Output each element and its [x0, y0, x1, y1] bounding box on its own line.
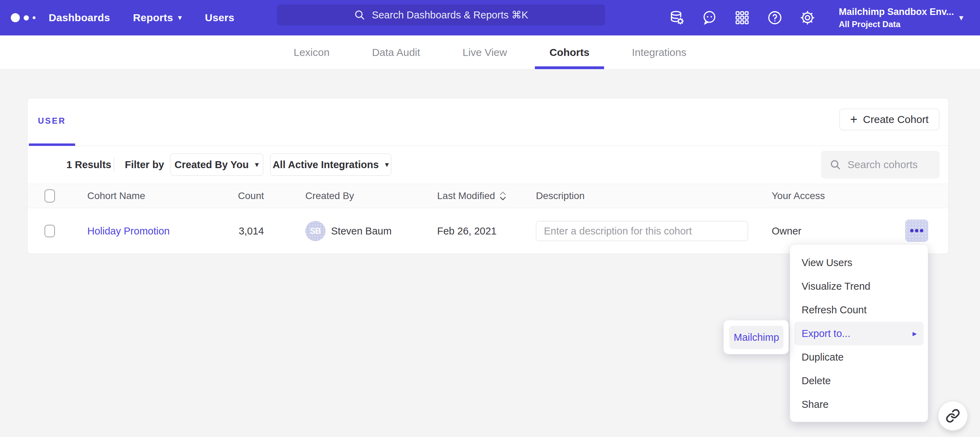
copy-link-button[interactable]	[938, 401, 968, 431]
project-chevron-down-icon[interactable]: ▾	[959, 0, 963, 35]
divider	[114, 157, 114, 173]
results-count: 1 Results	[67, 146, 111, 184]
chevron-down-icon: ▾	[255, 161, 259, 168]
menu-item-refresh-count[interactable]: Refresh Count	[790, 298, 928, 322]
menu-item-view-users[interactable]: View Users	[790, 251, 928, 274]
menu-item-export-to[interactable]: Export to... ▸	[794, 322, 924, 345]
row-context-menu: View Users Visualize Trend Refresh Count…	[790, 244, 928, 422]
tab-integrations[interactable]: Integrations	[617, 35, 701, 69]
apps-grid-icon[interactable]	[734, 10, 750, 26]
nav-item-reports[interactable]: Reports▾	[133, 12, 182, 24]
help-icon[interactable]	[767, 10, 783, 26]
column-created-by[interactable]: Created By	[305, 184, 354, 208]
secondary-nav: Lexicon Data Audit Live View Cohorts Int…	[0, 35, 980, 70]
settings-gear-icon[interactable]	[799, 10, 816, 26]
dot-icon	[920, 229, 923, 233]
export-submenu: Mailchimp	[723, 320, 789, 354]
tab-label: Live View	[463, 46, 507, 59]
search-icon	[829, 159, 841, 171]
create-cohort-label: Create Cohort	[863, 114, 929, 125]
menu-item-delete[interactable]: Delete	[790, 369, 928, 393]
top-navbar: Dashboards Reports▾ Users Search Dashboa…	[0, 0, 980, 35]
menu-item-duplicate[interactable]: Duplicate	[790, 345, 928, 369]
avatar: SB	[305, 221, 326, 241]
column-label: Last Modified	[437, 190, 495, 201]
project-name: Mailchimp Sandbox Env...	[839, 6, 954, 17]
app-root: Dashboards Reports▾ Users Search Dashboa…	[0, 0, 980, 437]
tab-cohorts[interactable]: Cohorts	[535, 35, 604, 69]
tab-live-view[interactable]: Live View	[448, 35, 522, 69]
integrations-filter-dropdown[interactable]: All Active Integrations ▾	[270, 154, 391, 176]
row-checkbox[interactable]	[45, 225, 55, 237]
topnav-icon-group	[668, 0, 816, 35]
tab-label: Data Audit	[372, 46, 420, 59]
submenu-item-mailchimp[interactable]: Mailchimp	[729, 326, 784, 349]
project-scope: All Project Data	[839, 19, 954, 29]
tab-user[interactable]: USER	[29, 98, 75, 146]
menu-item-label: Export to...	[802, 328, 850, 339]
cohort-search-input[interactable]	[848, 159, 931, 171]
panel-tab-bar: USER + Create Cohort	[27, 98, 948, 146]
global-search-input[interactable]: Search Dashboards & Reports ⌘K	[277, 5, 605, 25]
created-by-name: Steven Baum	[331, 225, 391, 237]
logo-dot	[24, 15, 29, 21]
column-last-modified[interactable]: Last Modified	[437, 184, 506, 208]
dot-icon	[910, 229, 913, 233]
dropdown-value: All Active Integrations	[273, 159, 379, 171]
description-input[interactable]	[536, 221, 748, 241]
global-search-placeholder: Search Dashboards & Reports ⌘K	[372, 9, 528, 21]
tab-lexicon[interactable]: Lexicon	[279, 35, 344, 69]
logo-dot	[33, 16, 35, 19]
row-actions-button[interactable]	[905, 220, 928, 242]
last-modified-date: Feb 26, 2021	[437, 208, 496, 254]
cohort-count: 3,014	[160, 208, 264, 254]
filter-by-label: Filter by	[125, 146, 164, 184]
project-selector[interactable]: Mailchimp Sandbox Env... All Project Dat…	[839, 0, 954, 35]
column-description[interactable]: Description	[536, 184, 585, 208]
tab-label: Lexicon	[294, 46, 329, 59]
menu-item-visualize-trend[interactable]: Visualize Trend	[790, 274, 928, 298]
cohort-search-field	[821, 151, 940, 179]
select-all-checkbox[interactable]	[45, 189, 55, 203]
column-your-access[interactable]: Your Access	[772, 184, 825, 208]
search-icon	[354, 9, 366, 21]
menu-item-share[interactable]: Share	[790, 393, 928, 416]
chevron-down-icon: ▾	[178, 14, 182, 22]
dot-icon	[915, 229, 918, 233]
sort-icon[interactable]	[500, 191, 506, 201]
column-cohort-name[interactable]: Cohort Name	[87, 184, 145, 208]
create-cohort-button[interactable]: + Create Cohort	[840, 109, 939, 130]
cohorts-panel: USER + Create Cohort 1 Results Filter by…	[27, 98, 949, 254]
tab-data-audit[interactable]: Data Audit	[358, 35, 435, 69]
data-management-icon[interactable]	[668, 10, 685, 26]
tab-user-label: USER	[38, 116, 66, 126]
topnav-links: Dashboards Reports▾ Users	[49, 0, 234, 35]
tab-label: Integrations	[632, 46, 686, 59]
chevron-down-icon: ▾	[385, 161, 389, 168]
logo-dot	[11, 13, 20, 22]
nav-item-label: Dashboards	[49, 12, 110, 24]
tab-label: Cohorts	[549, 46, 589, 59]
created-by-filter-dropdown[interactable]: Created By You ▾	[170, 154, 263, 176]
feedback-icon[interactable]	[701, 10, 718, 26]
plus-icon: +	[850, 113, 858, 126]
dropdown-value: Created By You	[175, 159, 249, 171]
submenu-arrow-icon: ▸	[913, 329, 917, 338]
table-header: Cohort Name Count Created By Last Modifi…	[27, 184, 948, 208]
nav-item-label: Reports	[133, 12, 173, 24]
filter-bar: 1 Results Filter by Created By You ▾ All…	[27, 146, 948, 184]
link-icon	[946, 408, 960, 423]
mixpanel-logo-icon[interactable]	[11, 0, 35, 35]
nav-item-dashboards[interactable]: Dashboards	[49, 12, 110, 24]
nav-item-users[interactable]: Users	[205, 12, 234, 24]
cohort-name-link[interactable]: Holiday Promotion	[87, 225, 170, 237]
column-count[interactable]: Count	[160, 184, 264, 208]
nav-item-label: Users	[205, 12, 234, 24]
